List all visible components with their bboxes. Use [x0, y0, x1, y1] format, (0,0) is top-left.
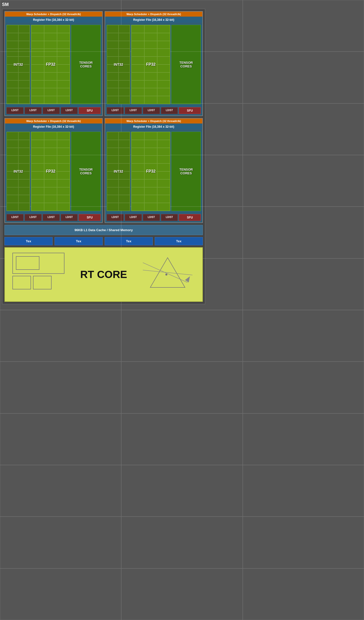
fp32-label-2: FP32 — [46, 169, 55, 174]
quadrant-1: Warp Scheduler + Dispatch (32 thread/clk… — [105, 11, 203, 116]
ldst-btn-3-2: LD/ST — [143, 214, 160, 221]
gc — [57, 96, 70, 104]
gc — [31, 72, 44, 80]
gc — [44, 33, 57, 41]
tensor-label-2: TENSOR CORES — [79, 168, 93, 175]
gc — [107, 132, 119, 140]
gc — [119, 72, 130, 80]
gc — [131, 49, 144, 57]
ldst-row-1: LD/ST LD/ST LD/ST LD/ST SFU — [105, 106, 202, 116]
gc — [157, 41, 170, 49]
gc — [44, 140, 57, 148]
rt-triangle-svg — [143, 255, 192, 292]
gc — [131, 25, 144, 33]
gc — [31, 140, 44, 148]
gc — [44, 132, 57, 140]
gc — [144, 25, 157, 33]
gc — [144, 187, 157, 195]
gc — [157, 80, 170, 88]
gc — [7, 195, 18, 203]
l1-cache: 96KB L1 Data Cache / Shared Memory — [4, 225, 203, 235]
gc — [44, 88, 57, 96]
gc — [144, 132, 157, 140]
ldst-btn-2-2: LD/ST — [43, 214, 60, 221]
warp-scheduler-2: Warp Scheduler + Dispatch (32 thread/clk… — [5, 119, 102, 124]
tex-btn-3: Tex — [155, 237, 203, 245]
gc — [144, 88, 157, 96]
gc — [157, 179, 170, 187]
gc — [157, 72, 170, 80]
gc — [44, 25, 57, 33]
gc — [131, 132, 144, 140]
gc — [157, 195, 170, 203]
gc — [119, 33, 130, 41]
fp32-label-3: FP32 — [146, 169, 155, 174]
gc — [31, 49, 44, 57]
gc — [107, 88, 119, 96]
rt-boxes-left — [12, 253, 64, 289]
gc — [119, 155, 130, 163]
gc — [31, 187, 44, 195]
gc — [107, 179, 119, 187]
gc — [107, 187, 119, 195]
gc — [119, 203, 130, 211]
ldst-btn-0-3: LD/ST — [61, 107, 78, 114]
tensor-label-3: TENSOR CORES — [180, 168, 193, 175]
ldst-btn-1-1: LD/ST — [125, 107, 142, 114]
gc — [131, 72, 144, 80]
gc — [31, 203, 44, 211]
gc — [57, 72, 70, 80]
gc — [7, 33, 18, 41]
fp32-unit-2: FP32 — [31, 132, 70, 211]
gc — [18, 155, 30, 163]
register-file-1: Register File (16,384 x 32-bit) — [105, 17, 202, 23]
ldst-row-2: LD/ST LD/ST LD/ST LD/ST SFU — [5, 213, 102, 222]
gc — [31, 163, 44, 171]
gc — [44, 195, 57, 203]
gc — [144, 203, 157, 211]
sm-label: SM — [2, 2, 204, 7]
gc — [18, 49, 30, 57]
int32-label-2: INT32 — [14, 169, 23, 173]
gc — [119, 195, 130, 203]
svg-point-3 — [165, 274, 167, 276]
sfu-btn-1: SFU — [179, 107, 201, 114]
gc — [31, 132, 44, 140]
quadrant-2: Warp Scheduler + Dispatch (32 thread/clk… — [4, 118, 103, 223]
tex-btn-0: Tex — [4, 237, 53, 245]
rt-box-small-1 — [12, 276, 31, 289]
sfu-btn-0: SFU — [79, 107, 101, 114]
tensor-label-1: TENSOR CORES — [180, 61, 193, 68]
compute-units-3: INT32 FP32 — [105, 130, 202, 213]
gc — [31, 155, 44, 163]
register-file-0: Register File (16,384 x 32-bit) — [5, 17, 102, 23]
gc — [119, 140, 130, 148]
ldst-btn-2-3: LD/ST — [61, 214, 78, 221]
gc — [157, 132, 170, 140]
gc — [31, 64, 44, 72]
ldst-row-0: LD/ST LD/ST LD/ST LD/ST SFU — [5, 106, 102, 116]
gc — [131, 195, 144, 203]
gc — [7, 88, 18, 96]
gc — [31, 33, 44, 41]
gc — [107, 148, 119, 156]
rt-triangle-area — [143, 255, 192, 292]
warp-scheduler-1: Warp Scheduler + Dispatch (32 thread/clk… — [105, 12, 202, 17]
ldst-btn-0-2: LD/ST — [43, 107, 60, 114]
gc — [144, 96, 157, 104]
gc — [107, 41, 119, 49]
gc — [7, 148, 18, 156]
gc — [57, 64, 70, 72]
int32-unit-3: INT32 — [107, 132, 130, 211]
gc — [7, 155, 18, 163]
gc — [107, 155, 119, 163]
gc — [107, 25, 119, 33]
sfu-btn-2: SFU — [79, 214, 101, 221]
rt-box-inner-1 — [16, 256, 39, 270]
fp32-label-0: FP32 — [46, 62, 55, 67]
fp32-label-1: FP32 — [146, 62, 155, 67]
gc — [57, 195, 70, 203]
gc — [131, 33, 144, 41]
gc — [44, 49, 57, 57]
gc — [18, 187, 30, 195]
